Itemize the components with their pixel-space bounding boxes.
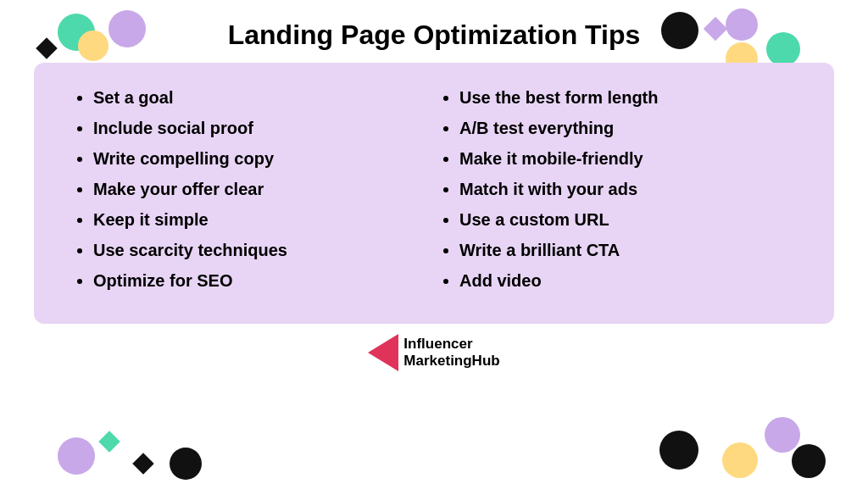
list-item: Use a custom URL <box>459 209 792 231</box>
deco-circle-purple-br <box>765 417 800 453</box>
deco-circle-yellow-br <box>722 442 758 478</box>
left-list: Set a goal Include social proof Write co… <box>76 86 426 292</box>
list-item: Match it with your ads <box>459 178 792 200</box>
logo-icon <box>368 334 398 371</box>
logo-line1: Influencer <box>403 336 499 353</box>
list-item: Write a brilliant CTA <box>459 239 792 261</box>
right-column: Use the best form length A/B test everyt… <box>442 86 792 300</box>
left-column: Set a goal Include social proof Write co… <box>76 86 426 300</box>
deco-circle-black-br1 <box>659 431 698 470</box>
deco-circle-black-br2 <box>792 444 826 478</box>
list-item: Make your offer clear <box>93 178 426 200</box>
footer: Influencer MarketingHub <box>0 324 868 371</box>
list-item: Set a goal <box>93 86 426 108</box>
logo-text: Influencer MarketingHub <box>403 336 499 370</box>
deco-diamond-black-bl <box>132 453 153 474</box>
header: Landing Page Optimization Tips <box>0 0 868 63</box>
page-title: Landing Page Optimization Tips <box>17 19 851 51</box>
list-item: Optimize for SEO <box>93 270 426 292</box>
deco-circle-black-bc <box>170 448 202 480</box>
logo: Influencer MarketingHub <box>368 334 499 371</box>
list-item: Make it mobile-friendly <box>459 147 792 170</box>
right-list: Use the best form length A/B test everyt… <box>442 86 792 292</box>
list-item: Add video <box>459 270 792 292</box>
deco-circle-purple-bl <box>58 437 95 475</box>
list-item: Include social proof <box>93 117 426 139</box>
deco-diamond-teal-bl <box>98 431 120 452</box>
logo-line2: MarketingHub <box>403 353 499 370</box>
content-box: Set a goal Include social proof Write co… <box>34 63 834 324</box>
list-item: A/B test everything <box>459 117 792 139</box>
list-item: Use scarcity techniques <box>93 239 426 261</box>
list-item: Use the best form length <box>459 86 792 108</box>
list-item: Write compelling copy <box>93 147 426 170</box>
list-item: Keep it simple <box>93 209 426 231</box>
